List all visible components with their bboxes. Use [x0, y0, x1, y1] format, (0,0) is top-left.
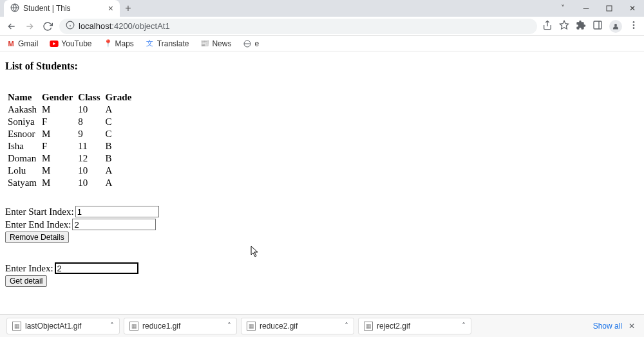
cell-gender: M [39, 104, 75, 116]
cell-name: Soniya [5, 116, 39, 128]
start-index-row: Enter Start Index: [5, 206, 639, 217]
extensions-icon[interactable] [576, 20, 586, 32]
bookmark-translate[interactable]: 文 Translate [146, 39, 189, 48]
download-filename: lastObjectAt1.gif [25, 322, 81, 331]
column-name: Name [5, 91, 39, 104]
column-grade: Grade [103, 91, 135, 104]
start-index-label: Enter Start Index: [5, 206, 74, 217]
show-all-link[interactable]: Show all [593, 322, 622, 331]
tab-title: Student | This [23, 4, 71, 13]
end-index-label: Enter End Index: [5, 219, 71, 230]
bookmark-label: Translate [157, 39, 189, 48]
remove-button-row: Remove Details [5, 232, 639, 243]
cell-gender: F [39, 140, 75, 152]
window-close-button[interactable]: ✕ [621, 0, 644, 17]
download-filename: reduce2.gif [260, 322, 298, 331]
download-filename: reduce1.gif [142, 322, 180, 331]
students-table: Name Gender Class Grade AakashM10ASoniya… [5, 91, 134, 189]
index-label: Enter Index: [5, 263, 53, 274]
downloads-bar: ▦lastObjectAt1.gif˄▦reduce1.gif˄▦reduce2… [0, 314, 644, 337]
site-info-icon[interactable] [66, 21, 75, 32]
cell-grade: C [103, 128, 135, 140]
youtube-icon [50, 39, 59, 48]
cell-gender: M [39, 177, 75, 189]
new-tab-button[interactable]: + [120, 0, 137, 17]
file-icon: ▦ [12, 322, 21, 331]
bookmark-e[interactable]: e [243, 39, 259, 48]
cell-gender: M [39, 165, 75, 177]
column-gender: Gender [39, 91, 75, 104]
file-icon: ▦ [247, 322, 256, 331]
bookmark-gmail[interactable]: M Gmail [6, 39, 38, 48]
browser-tab[interactable]: Student | This × [4, 0, 120, 17]
start-index-input[interactable] [75, 206, 159, 217]
address-bar: localhost:4200/objectAt1 [0, 17, 644, 36]
cell-name: Esnoor [5, 128, 39, 140]
svg-point-10 [633, 24, 635, 26]
column-class: Class [75, 91, 102, 104]
back-button[interactable] [5, 20, 18, 33]
bookmark-label: Maps [115, 39, 134, 48]
cell-name: Isha [5, 140, 39, 152]
index-row: Enter Index: [5, 262, 639, 274]
chevron-down-icon[interactable]: ˅ [551, 0, 574, 17]
bookmark-news[interactable]: 📰 News [200, 39, 231, 48]
cell-class: 8 [75, 116, 102, 128]
table-row: IshaF11B [5, 140, 134, 152]
star-icon[interactable] [559, 20, 569, 32]
profile-icon[interactable] [609, 20, 622, 33]
download-item[interactable]: ▦reject2.gif˄ [358, 318, 471, 334]
forward-button[interactable] [23, 20, 36, 33]
close-tab-icon[interactable]: × [108, 3, 113, 14]
svg-rect-6 [594, 21, 601, 29]
page-heading: List of Students: [5, 60, 639, 72]
bookmarks-bar: M Gmail YouTube 📍 Maps 文 Translate 📰 New… [0, 36, 644, 51]
cell-gender: M [39, 128, 75, 140]
globe-icon [243, 39, 252, 48]
file-icon: ▦ [364, 322, 373, 331]
news-icon: 📰 [200, 39, 209, 48]
cell-grade: A [103, 177, 135, 189]
bookmark-label: e [254, 39, 259, 48]
reload-button[interactable] [41, 20, 54, 33]
cell-gender: F [39, 116, 75, 128]
file-icon: ▦ [129, 322, 138, 331]
share-icon[interactable] [542, 20, 553, 32]
index-input[interactable] [55, 262, 138, 274]
gmail-icon: M [6, 39, 15, 48]
window-minimize-button[interactable]: ─ [574, 0, 598, 17]
chevron-up-icon[interactable]: ˄ [462, 322, 466, 331]
table-row: SatyamM10A [5, 177, 134, 189]
cell-grade: C [103, 116, 135, 128]
svg-marker-5 [560, 21, 568, 29]
end-index-input[interactable] [72, 219, 156, 230]
table-header-row: Name Gender Class Grade [5, 91, 134, 104]
bookmark-maps[interactable]: 📍 Maps [104, 39, 134, 48]
remove-details-button[interactable]: Remove Details [5, 232, 69, 243]
cell-name: Satyam [5, 177, 39, 189]
translate-icon: 文 [146, 39, 155, 48]
globe-icon [10, 3, 19, 14]
download-item[interactable]: ▦lastObjectAt1.gif˄ [6, 318, 120, 334]
window-maximize-button[interactable] [598, 0, 621, 17]
svg-point-8 [614, 24, 617, 26]
download-item[interactable]: ▦reduce2.gif˄ [241, 318, 354, 334]
menu-icon[interactable] [629, 20, 639, 32]
download-item[interactable]: ▦reduce1.gif˄ [124, 318, 237, 334]
get-detail-button[interactable]: Get detail [5, 275, 47, 287]
get-button-row: Get detail [5, 275, 639, 287]
bookmark-youtube[interactable]: YouTube [50, 39, 91, 48]
cell-class: 10 [75, 165, 102, 177]
table-row: AakashM10A [5, 104, 134, 116]
url-input[interactable]: localhost:4200/objectAt1 [59, 19, 537, 34]
side-panel-icon[interactable] [592, 20, 603, 32]
downloads-close-icon[interactable]: ✕ [626, 322, 638, 331]
cell-gender: M [39, 152, 75, 165]
bookmark-label: Gmail [18, 39, 38, 48]
chevron-up-icon[interactable]: ˄ [227, 322, 231, 331]
chevron-up-icon[interactable]: ˄ [345, 322, 348, 331]
cell-grade: B [103, 152, 135, 165]
chevron-up-icon[interactable]: ˄ [110, 322, 114, 331]
table-row: LoluM10A [5, 165, 134, 177]
table-row: SoniyaF8C [5, 116, 134, 128]
